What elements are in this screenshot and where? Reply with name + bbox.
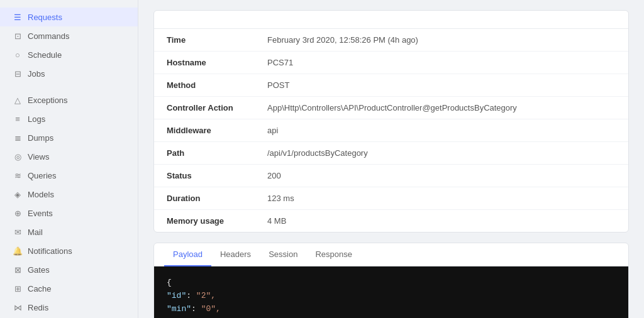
sidebar-item-mail[interactable]: ✉ Mail [0, 222, 138, 241]
sidebar-label-gates: Gates [28, 265, 50, 275]
tab-payload[interactable]: Payload [164, 243, 211, 266]
sidebar-item-views[interactable]: ◎ Views [0, 147, 138, 166]
detail-value: 200 [255, 165, 628, 187]
request-details-card: Time February 3rd 2020, 12:58:26 PM (4h … [153, 10, 629, 233]
cache-icon: ⊞ [13, 283, 23, 293]
detail-label: Controller Action [154, 97, 255, 119]
json-value: "2", [196, 291, 216, 300]
sidebar-item-commands[interactable]: ⊡ Commands [0, 26, 138, 45]
tab-headers[interactable]: Headers [211, 243, 260, 266]
mail-icon: ✉ [13, 227, 23, 237]
detail-label: Status [154, 165, 255, 187]
detail-label: Time [154, 29, 255, 52]
table-row: Status 200 [154, 165, 628, 187]
detail-value: /api/v1/productsByCategory [255, 142, 628, 165]
sidebar-label-exceptions: Exceptions [28, 96, 68, 105]
json-key: "id" [167, 291, 186, 300]
sidebar-label-dumps: Dumps [28, 133, 53, 143]
table-row: Hostname PCS71 [154, 52, 628, 74]
sidebar-label-mail: Mail [28, 228, 43, 237]
sidebar-label-redis: Redis [28, 303, 48, 312]
list-icon: ☰ [13, 12, 23, 22]
clock-icon: ○ [13, 50, 23, 60]
sidebar-item-queries[interactable]: ≋ Queries [0, 166, 138, 185]
sidebar-label-commands: Commands [28, 31, 69, 41]
json-line: "min": "0", [167, 303, 616, 316]
table-row: Duration 123 ms [154, 187, 628, 210]
eye-icon: ◎ [13, 151, 23, 162]
sidebar-item-exceptions[interactable]: △ Exceptions [0, 90, 138, 109]
detail-label: Duration [154, 187, 255, 210]
sidebar: ☰ Requests ⊡ Commands ○ Schedule ⊟ Jobs … [0, 0, 138, 318]
gate-icon: ⊠ [13, 265, 23, 275]
table-row: Memory usage 4 MB [154, 210, 628, 233]
model-icon: ◈ [13, 189, 23, 199]
sidebar-item-redis[interactable]: ⋈ Redis [0, 298, 138, 317]
sidebar-item-schedule[interactable]: ○ Schedule [0, 45, 138, 64]
detail-value: POST [255, 74, 628, 97]
table-row: Time February 3rd 2020, 12:58:26 PM (4h … [154, 29, 628, 52]
sidebar-label-jobs: Jobs [28, 69, 45, 79]
detail-label: Middleware [154, 119, 255, 142]
json-value: "0", [201, 304, 221, 314]
detail-value: 4 MB [255, 210, 628, 233]
redis-icon: ⋈ [13, 302, 23, 312]
tab-session[interactable]: Session [260, 243, 306, 266]
main-content: Time February 3rd 2020, 12:58:26 PM (4h … [138, 0, 644, 318]
log-icon: ≡ [13, 114, 23, 124]
detail-value: PCS71 [255, 52, 628, 74]
sidebar-item-models[interactable]: ◈ Models [0, 185, 138, 204]
sidebar-label-views: Views [28, 152, 49, 162]
detail-label: Method [154, 74, 255, 97]
bell-icon: 🔔 [13, 246, 23, 256]
sidebar-label-cache: Cache [28, 284, 52, 293]
card-header [154, 11, 628, 29]
json-brace: { [167, 278, 172, 287]
sidebar-label-models: Models [28, 190, 54, 199]
tabs-header: PayloadHeadersSessionResponse [154, 243, 628, 266]
sidebar-label-events: Events [28, 209, 53, 218]
sidebar-label-logs: Logs [28, 114, 45, 124]
detail-value: api [255, 119, 628, 142]
sidebar-item-gates[interactable]: ⊠ Gates [0, 260, 138, 279]
sidebar-item-notifications[interactable]: 🔔 Notifications [0, 241, 138, 260]
table-row: Method POST [154, 74, 628, 97]
tab-response[interactable]: Response [306, 243, 361, 266]
json-line: { [167, 277, 616, 290]
sidebar-item-dumps[interactable]: ≣ Dumps [0, 128, 138, 147]
warning-icon: △ [13, 95, 23, 105]
json-line: "id": "2", [167, 290, 616, 303]
sidebar-item-jobs[interactable]: ⊟ Jobs [0, 64, 138, 83]
sidebar-item-requests[interactable]: ☰ Requests [0, 8, 138, 26]
detail-label: Path [154, 142, 255, 165]
detail-value: February 3rd 2020, 12:58:26 PM (4h ago) [255, 29, 628, 52]
sidebar-label-schedule: Schedule [28, 50, 62, 60]
dump-icon: ≣ [13, 133, 23, 143]
terminal-icon: ⊡ [13, 31, 23, 41]
table-row: Controller Action App\Http\Controllers\A… [154, 97, 628, 119]
query-icon: ≋ [13, 170, 23, 180]
detail-label: Memory usage [154, 210, 255, 233]
json-line: "max": "1000" [167, 315, 616, 318]
table-row: Path /api/v1/productsByCategory [154, 142, 628, 165]
sidebar-item-logs[interactable]: ≡ Logs [0, 109, 138, 128]
details-table: Time February 3rd 2020, 12:58:26 PM (4h … [154, 29, 628, 232]
sidebar-item-events[interactable]: ⊕ Events [0, 204, 138, 222]
json-key: "min" [167, 304, 191, 314]
sidebar-item-cache[interactable]: ⊞ Cache [0, 279, 138, 298]
detail-value: 123 ms [255, 187, 628, 210]
tab-content: { "id": "2", "min": "0", "max": "1000"} [154, 266, 628, 318]
sidebar-label-queries: Queries [28, 171, 57, 180]
event-icon: ⊕ [13, 208, 23, 218]
detail-value: App\Http\Controllers\API\ProductControll… [255, 97, 628, 119]
sidebar-label-notifications: Notifications [28, 246, 72, 256]
tabs-card: PayloadHeadersSessionResponse { "id": "2… [153, 243, 629, 318]
table-row: Middleware api [154, 119, 628, 142]
briefcase-icon: ⊟ [13, 69, 23, 79]
detail-label: Hostname [154, 52, 255, 74]
sidebar-label-requests: Requests [28, 13, 62, 22]
